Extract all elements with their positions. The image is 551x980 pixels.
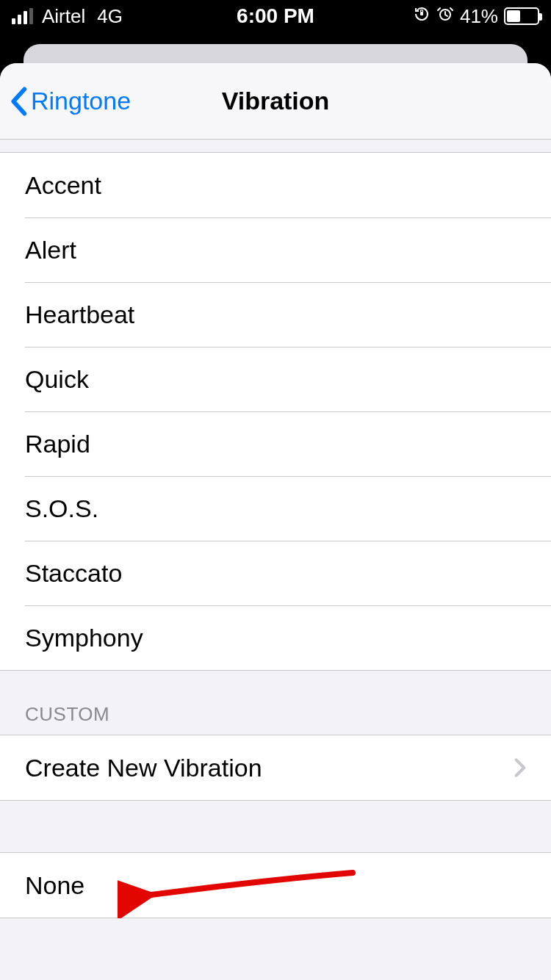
- vibration-option-symphony[interactable]: Symphony: [0, 605, 551, 670]
- list-item-label: Rapid: [25, 430, 526, 458]
- custom-vibrations-group: Create New Vibration: [0, 735, 551, 801]
- settings-sheet: Ringtone Vibration Accent Alert Heartbea…: [0, 63, 551, 980]
- list-item-label: Alert: [25, 236, 526, 264]
- background-card-peek: [24, 44, 527, 65]
- section-gap: [0, 801, 551, 852]
- create-new-vibration[interactable]: Create New Vibration: [0, 735, 551, 800]
- battery-percentage: 41%: [460, 5, 498, 28]
- vibration-option-staccato[interactable]: Staccato: [0, 541, 551, 605]
- signal-strength-icon: [12, 8, 33, 24]
- standard-vibrations-group: Accent Alert Heartbeat Quick Rapid S.O.S…: [0, 153, 551, 671]
- svg-rect-0: [420, 12, 423, 15]
- none-group: None: [0, 852, 551, 918]
- list-item-label: None: [25, 871, 526, 900]
- list-item-label: Staccato: [25, 559, 526, 588]
- page-title: Vibration: [222, 87, 330, 115]
- list-item-label: Accent: [25, 171, 526, 200]
- network-type-label: 4G: [97, 5, 123, 28]
- list-item-label: Create New Vibration: [25, 754, 514, 782]
- list-item-label: Symphony: [25, 624, 526, 652]
- alarm-icon: [436, 5, 454, 27]
- chevron-right-icon: [514, 757, 526, 778]
- vibration-option-heartbeat[interactable]: Heartbeat: [0, 282, 551, 347]
- battery-icon: [504, 7, 539, 25]
- custom-section-header: CUSTOM: [0, 671, 551, 735]
- vibration-option-none[interactable]: None: [0, 853, 551, 918]
- vibration-option-quick[interactable]: Quick: [0, 347, 551, 411]
- status-time: 6:00 PM: [237, 4, 314, 28]
- status-right: 41%: [413, 5, 539, 28]
- status-left: Airtel 4G: [12, 5, 123, 28]
- chevron-left-icon: [9, 87, 28, 116]
- list-item-label: Heartbeat: [25, 300, 526, 329]
- navigation-bar: Ringtone Vibration: [0, 63, 551, 140]
- carrier-label: Airtel: [42, 5, 85, 28]
- vibration-option-accent[interactable]: Accent: [0, 153, 551, 217]
- rotation-lock-icon: [413, 5, 431, 27]
- back-button-label: Ringtone: [31, 87, 131, 115]
- status-bar: Airtel 4G 6:00 PM 41%: [0, 0, 551, 32]
- back-button[interactable]: Ringtone: [0, 87, 131, 116]
- vibration-option-sos[interactable]: S.O.S.: [0, 476, 551, 541]
- section-spacer: [0, 140, 551, 153]
- vibration-option-rapid[interactable]: Rapid: [0, 411, 551, 476]
- vibration-option-alert[interactable]: Alert: [0, 217, 551, 282]
- list-item-label: Quick: [25, 365, 526, 394]
- modal-backdrop: [0, 32, 551, 44]
- list-item-label: S.O.S.: [25, 494, 526, 523]
